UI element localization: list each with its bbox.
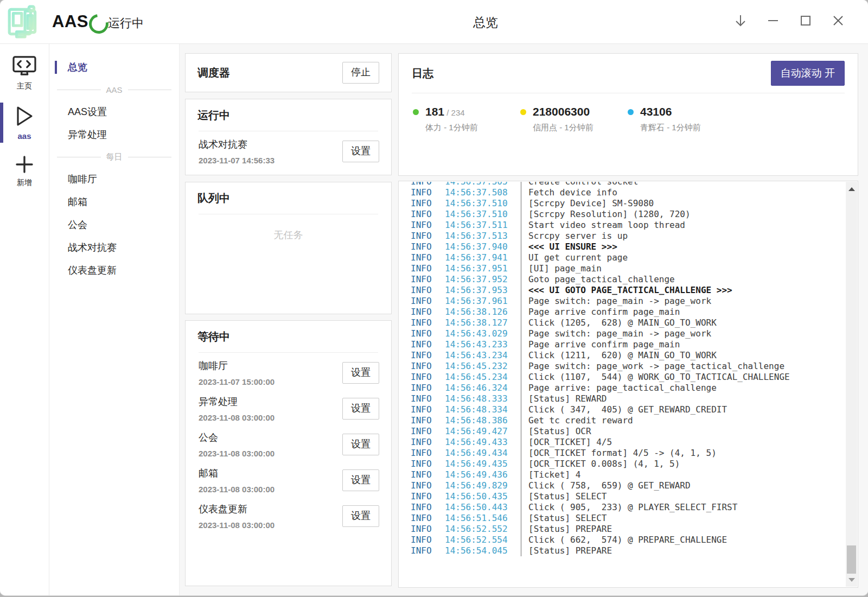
resource-stats: 181 / 234 体力 - 1分钟前 218006300 信用点 - 1分钟前… <box>399 93 858 133</box>
waiting-title: 等待中 <box>197 329 230 344</box>
log-message: [Status] SELECT <box>521 513 846 524</box>
log-timestamp: 14:56:52.554 <box>445 535 521 545</box>
sidebar-item[interactable]: 邮箱 <box>49 190 179 213</box>
sidebar-menu: 总览 AAS AAS设置 异常处理 每日 咖啡厅 邮箱 公会 战术对抗赛 仪表盘… <box>49 44 179 282</box>
log-timestamp: 14:56:52.552 <box>445 524 521 535</box>
waiting-task-time: 2023-11-07 15:00:00 <box>199 377 275 386</box>
scroll-up-arrow-icon[interactable] <box>846 184 857 194</box>
log-level: INFO <box>411 491 445 502</box>
log-timestamp: 14:56:49.435 <box>445 459 521 469</box>
sidebar-item[interactable]: 总览 <box>49 56 179 79</box>
log-line: INFO 14:56:37.940 <<< UI ENSURE >>> <box>399 242 846 252</box>
log-level: INFO <box>411 437 445 448</box>
sidebar-section-divider: AAS <box>57 79 171 100</box>
rail-item-add[interactable]: 新增 <box>0 153 49 190</box>
log-message: [OCR_TICKET 0.008s] (4, 1, 5) <box>521 459 846 469</box>
divider-line <box>128 157 172 157</box>
rail-label-aas: aas <box>17 131 31 141</box>
log-timestamp: 14:56:37.941 <box>445 252 521 263</box>
sidebar-section-label: 每日 <box>101 152 128 162</box>
nav-rail: 主页 aas 新增 <box>0 44 49 595</box>
log-message: [Scrcpy Resolution] (1280, 720) <box>521 209 846 220</box>
log-message: Create control socket <box>521 182 846 187</box>
log-message: <<< UI ENSURE >>> <box>521 242 846 252</box>
waiting-task-name: 咖啡厅 <box>199 359 275 372</box>
log-line: INFO 14:56:48.334 Click ( 347, 405) @ GE… <box>399 404 846 415</box>
log-line: INFO 14:56:45.234 Click (1107, 544) @ WO… <box>399 372 846 383</box>
running-settings-button[interactable]: 设置 <box>342 141 379 162</box>
sidebar-item[interactable]: 异常处理 <box>49 123 179 146</box>
waiting-task-row: 公会 2023-11-08 03:00:00 设置 <box>186 427 391 462</box>
waiting-settings-button[interactable]: 设置 <box>342 469 379 491</box>
close-icon[interactable] <box>831 14 845 28</box>
log-timestamp: 14:56:49.436 <box>445 469 521 480</box>
stat-dot-icon <box>520 109 526 115</box>
waiting-task-time: 2023-11-08 03:00:00 <box>199 520 275 530</box>
log-line: INFO 14:56:37.952 Goto page_tactical_cha… <box>399 274 846 285</box>
divider-line <box>57 157 101 157</box>
log-timestamp: 14:56:38.126 <box>445 307 521 317</box>
log-level: INFO <box>411 187 445 198</box>
scroll-down-arrow-icon[interactable] <box>846 575 857 585</box>
waiting-task-row: 异常处理 2023-11-08 03:00:00 设置 <box>186 391 391 427</box>
waiting-task-row: 咖啡厅 2023-11-07 15:00:00 设置 <box>186 355 391 391</box>
log-line: INFO 14:56:49.433 [OCR_TICKET] 4/5 <box>399 437 846 448</box>
queue-card: 队列中 无任务 <box>185 182 392 314</box>
log-level: INFO <box>411 242 445 252</box>
download-update-icon[interactable] <box>733 14 748 28</box>
running-task-time: 2023-11-07 14:56:33 <box>199 156 275 165</box>
log-timestamp: 14:56:37.511 <box>445 220 521 231</box>
running-card: 运行中 战术对抗赛 2023-11-07 14:56:33 设置 <box>185 99 392 175</box>
log-line: INFO 14:56:45.232 Page switch: page_work… <box>399 361 846 372</box>
minimize-icon[interactable] <box>766 14 780 28</box>
log-level: INFO <box>411 274 445 285</box>
sidebar-item[interactable]: 仪表盘更新 <box>49 259 179 282</box>
log-level: INFO <box>411 231 445 242</box>
waiting-settings-button[interactable]: 设置 <box>342 505 379 527</box>
app-name: AAS <box>52 12 88 31</box>
scrollbar-thumb[interactable] <box>847 545 856 574</box>
maximize-icon[interactable] <box>799 14 813 28</box>
waiting-task-row: 仪表盘更新 2023-11-08 03:00:00 设置 <box>186 498 391 534</box>
log-timestamp: 14:56:38.127 <box>445 317 521 328</box>
rail-label-home: 主页 <box>17 81 32 91</box>
autoscroll-toggle-button[interactable]: 自动滚动 开 <box>771 61 845 86</box>
stop-button[interactable]: 停止 <box>342 62 379 84</box>
log-message: [Status] OCR <box>521 426 846 437</box>
log-level: INFO <box>411 372 445 383</box>
log-message: <<< UI GOTO PAGE_TACTICAL_CHALLENGE >>> <box>521 285 846 296</box>
log-timestamp: 14:56:37.510 <box>445 198 521 209</box>
waiting-settings-button[interactable]: 设置 <box>342 398 379 420</box>
log-timestamp: 14:56:37.510 <box>445 209 521 220</box>
sidebar-item[interactable]: 咖啡厅 <box>49 168 179 190</box>
stat-dot-icon <box>628 109 634 115</box>
log-message: Click (1205, 628) @ MAIN_GO_TO_WORK <box>521 317 846 328</box>
log-message: Click ( 347, 405) @ GET_REWARD_CREDIT <box>521 404 846 415</box>
sidebar-item[interactable]: 战术对抗赛 <box>49 236 179 259</box>
stat-label: 信用点 - 1分钟前 <box>533 123 593 133</box>
waiting-settings-button[interactable]: 设置 <box>342 434 379 455</box>
scheduler-card: 调度器 停止 <box>185 53 392 92</box>
log-level: INFO <box>411 182 445 187</box>
log-scrollbar[interactable] <box>846 182 857 587</box>
log-timestamp: 14:56:45.234 <box>445 372 521 383</box>
log-message: [Status] PREPARE <box>521 524 846 535</box>
rail-item-aas[interactable]: aas <box>0 101 49 144</box>
play-icon <box>15 105 34 127</box>
log-level: INFO <box>411 263 445 274</box>
sidebar-item[interactable]: 公会 <box>49 213 179 236</box>
log-level: INFO <box>411 415 445 426</box>
log-line: INFO 14:56:49.434 [OCR_TICKET format] 4/… <box>399 448 846 459</box>
waiting-task-name: 仪表盘更新 <box>199 503 275 516</box>
log-message: Click (1211, 620) @ MAIN_GO_TO_WORK <box>521 350 846 361</box>
log-level: INFO <box>411 545 445 556</box>
sidebar-item[interactable]: AAS设置 <box>49 100 179 123</box>
sidebar-section-label: AAS <box>101 85 128 94</box>
log-line: INFO 14:56:38.126 Page arrive confirm pa… <box>399 307 846 317</box>
rail-item-home[interactable]: 主页 <box>0 49 49 97</box>
log-level: INFO <box>411 469 445 480</box>
log-timestamp: 14:56:48.333 <box>445 393 521 404</box>
log-message: [Status] REWARD <box>521 393 846 404</box>
log-level: INFO <box>411 328 445 339</box>
waiting-settings-button[interactable]: 设置 <box>342 362 379 384</box>
